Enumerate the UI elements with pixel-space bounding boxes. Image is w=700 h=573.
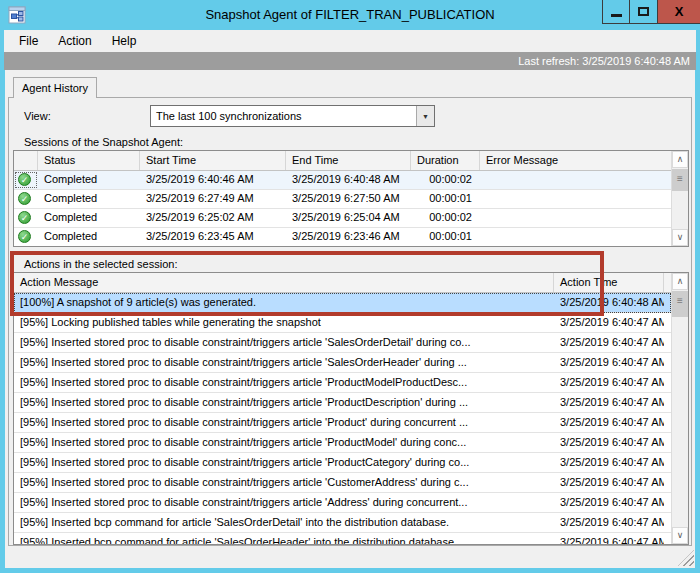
- sessions-table: Status Start Time End Time Duration Erro…: [13, 150, 689, 247]
- table-row[interactable]: [100%] A snapshot of 9 article(s) was ge…: [14, 293, 671, 313]
- filler-cell: [664, 353, 671, 372]
- table-row[interactable]: [95%] Inserted stored proc to disable co…: [14, 453, 671, 473]
- action-message-cell: [95%] Inserted stored proc to disable co…: [14, 373, 554, 392]
- table-row[interactable]: ✓Completed3/25/2019 6:23:45 AM3/25/2019 …: [14, 228, 671, 246]
- minimize-icon: [611, 14, 622, 17]
- filler-cell: [664, 453, 671, 472]
- action-message-cell: [100%] A snapshot of 9 article(s) was ge…: [14, 293, 554, 312]
- view-dropdown-value: The last 100 synchronizations: [151, 106, 416, 126]
- scrollbar-thumb[interactable]: ≡: [672, 169, 688, 191]
- close-icon: X: [675, 4, 684, 19]
- success-icon: ✓: [18, 173, 31, 186]
- scrollbar-thumb[interactable]: ≡: [672, 291, 688, 317]
- duration-cell: 00:00:02: [411, 209, 480, 227]
- menu-bar: File Action Help: [4, 30, 696, 52]
- success-icon: ✓: [18, 192, 31, 205]
- start-time-cell: 3/25/2019 6:25:02 AM: [140, 209, 286, 227]
- table-row[interactable]: [95%] Inserted stored proc to disable co…: [14, 413, 671, 433]
- action-message-cell: [95%] Inserted stored proc to disable co…: [14, 393, 554, 412]
- actions-scrollbar[interactable]: ∧ ≡ ∨: [671, 273, 688, 544]
- table-row[interactable]: [95%] Inserted stored proc to disable co…: [14, 373, 671, 393]
- table-row[interactable]: ✓Completed3/25/2019 6:40:46 AM3/25/2019 …: [14, 171, 671, 190]
- action-time-cell: 3/25/2019 6:40:48 AM: [554, 293, 664, 312]
- filler-cell: [664, 293, 671, 312]
- filler-cell: [664, 333, 671, 352]
- sessions-label: Sessions of the Snapshot Agent:: [24, 136, 183, 148]
- snapshot-agent-window: Snapshot Agent of FILTER_TRAN_PUBLICATIO…: [0, 0, 700, 573]
- action-time-cell: 3/25/2019 6:40:47 AM: [554, 393, 664, 412]
- action-message-cell: [95%] Inserted stored proc to disable co…: [14, 493, 554, 512]
- action-time-cell: 3/25/2019 6:40:47 AM: [554, 513, 664, 532]
- table-row[interactable]: [95%] Inserted bcp command for article '…: [14, 533, 671, 544]
- scroll-up-icon[interactable]: ∧: [672, 273, 688, 290]
- start-time-cell: 3/25/2019 6:40:46 AM: [140, 171, 286, 189]
- column-header-status[interactable]: Status: [38, 151, 140, 170]
- table-row[interactable]: [95%] Inserted stored proc to disable co…: [14, 393, 671, 413]
- title-bar[interactable]: Snapshot Agent of FILTER_TRAN_PUBLICATIO…: [0, 0, 700, 30]
- status-cell: Completed: [38, 171, 140, 189]
- action-message-cell: [95%] Inserted stored proc to disable co…: [14, 453, 554, 472]
- column-header-end-time[interactable]: End Time: [286, 151, 411, 170]
- table-row[interactable]: [95%] Inserted stored proc to disable co…: [14, 433, 671, 453]
- scroll-up-icon[interactable]: ∧: [672, 151, 688, 168]
- filler-cell: [664, 473, 671, 492]
- error-message-cell: [480, 171, 671, 189]
- table-row[interactable]: [95%] Inserted bcp command for article '…: [14, 513, 671, 533]
- window-title: Snapshot Agent of FILTER_TRAN_PUBLICATIO…: [0, 0, 700, 30]
- start-time-cell: 3/25/2019 6:23:45 AM: [140, 228, 286, 246]
- last-refresh-strip: Last refresh: 3/25/2019 6:40:48 AM: [4, 52, 696, 70]
- menu-file[interactable]: File: [12, 32, 45, 50]
- chevron-down-icon[interactable]: ▼: [416, 106, 434, 126]
- minimize-button[interactable]: [602, 0, 630, 24]
- table-row[interactable]: [95%] Inserted stored proc to disable co…: [14, 473, 671, 493]
- close-button[interactable]: X: [658, 0, 700, 24]
- column-header-icon[interactable]: [14, 151, 38, 170]
- duration-cell: 00:00:02: [411, 171, 480, 189]
- end-time-cell: 3/25/2019 6:40:48 AM: [286, 171, 411, 189]
- action-message-cell: [95%] Inserted stored proc to disable co…: [14, 433, 554, 452]
- column-header-start-time[interactable]: Start Time: [140, 151, 286, 170]
- scroll-down-icon[interactable]: ∨: [672, 229, 688, 246]
- action-time-cell: 3/25/2019 6:40:47 AM: [554, 433, 664, 452]
- column-header-action-time[interactable]: Action Time: [554, 273, 664, 292]
- duration-cell: 00:00:01: [411, 228, 480, 246]
- table-row[interactable]: ✓Completed3/25/2019 6:25:02 AM3/25/2019 …: [14, 209, 671, 228]
- table-row[interactable]: [95%] Inserted stored proc to disable co…: [14, 353, 671, 373]
- end-time-cell: 3/25/2019 6:23:46 AM: [286, 228, 411, 246]
- tab-agent-history[interactable]: Agent History: [13, 77, 97, 98]
- action-message-cell: [95%] Inserted stored proc to disable co…: [14, 333, 554, 352]
- table-row[interactable]: [95%] Inserted stored proc to disable co…: [14, 333, 671, 353]
- error-message-cell: [480, 228, 671, 246]
- action-message-cell: [95%] Inserted stored proc to disable co…: [14, 413, 554, 432]
- filler-cell: [664, 373, 671, 392]
- column-header-duration[interactable]: Duration: [411, 151, 480, 170]
- view-dropdown[interactable]: The last 100 synchronizations ▼: [150, 105, 435, 127]
- action-message-cell: [95%] Inserted bcp command for article '…: [14, 533, 554, 544]
- status-icon-cell: ✓: [14, 209, 38, 227]
- table-row[interactable]: [95%] Locking published tables while gen…: [14, 313, 671, 333]
- column-header-error-message[interactable]: Error Message: [480, 151, 671, 170]
- column-header-action-message[interactable]: Action Message: [14, 273, 554, 292]
- scroll-down-icon[interactable]: ∨: [672, 527, 688, 544]
- action-time-cell: 3/25/2019 6:40:47 AM: [554, 413, 664, 432]
- action-time-cell: 3/25/2019 6:40:47 AM: [554, 313, 664, 332]
- status-icon-cell: ✓: [14, 171, 38, 189]
- filler-cell: [664, 393, 671, 412]
- actions-label: Actions in the selected session:: [24, 258, 177, 270]
- table-row[interactable]: [95%] Inserted stored proc to disable co…: [14, 493, 671, 513]
- end-time-cell: 3/25/2019 6:27:50 AM: [286, 190, 411, 208]
- action-message-cell: [95%] Locking published tables while gen…: [14, 313, 554, 332]
- table-row[interactable]: ✓Completed3/25/2019 6:27:49 AM3/25/2019 …: [14, 190, 671, 209]
- filler-cell: [664, 433, 671, 452]
- status-cell: Completed: [38, 209, 140, 227]
- action-time-cell: 3/25/2019 6:40:47 AM: [554, 453, 664, 472]
- maximize-button[interactable]: [630, 0, 658, 24]
- success-icon: ✓: [18, 211, 31, 224]
- action-message-cell: [95%] Inserted stored proc to disable co…: [14, 353, 554, 372]
- filler-cell: [664, 313, 671, 332]
- filler-cell: [664, 413, 671, 432]
- menu-help[interactable]: Help: [105, 32, 144, 50]
- sessions-scrollbar[interactable]: ∧ ≡ ∨: [671, 151, 688, 246]
- tab-label: Agent History: [22, 82, 88, 94]
- menu-action[interactable]: Action: [51, 32, 98, 50]
